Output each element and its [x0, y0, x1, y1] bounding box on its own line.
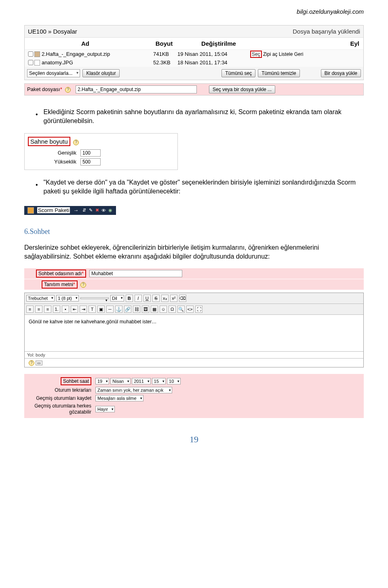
help-icon[interactable]: ? — [73, 140, 79, 145]
html-icon[interactable]: <> — [186, 306, 194, 313]
col-action: Eyl — [255, 40, 363, 47]
link-icon[interactable]: 🔗 — [124, 306, 131, 313]
bullet-paragraph: • Eklediğiniz Scorm paketinin sahne boyu… — [24, 108, 364, 126]
page-url-header: bilgi.ozeldunyakoleji.com — [24, 8, 364, 15]
scorm-tools: ⇵ ✎ ✖ 👁 ◉ — [82, 208, 113, 213]
strike-icon[interactable]: S — [152, 295, 160, 302]
indent-icon[interactable]: ⇥ — [80, 306, 87, 313]
hour-select[interactable]: 15 — [152, 378, 166, 384]
package-file-input[interactable]: 2.Hafta_-_Engage_output.zip — [76, 85, 197, 93]
create-folder-button[interactable]: Klasör oluştur — [82, 69, 119, 77]
clean-icon[interactable]: ⌫ — [179, 295, 186, 302]
scorm-icon — [27, 207, 34, 214]
repeat-select[interactable]: Zaman sınırı yok, her zaman açık — [95, 387, 172, 393]
editor-path: Yol: body — [27, 352, 45, 357]
move-icon[interactable]: ⇵ — [82, 208, 87, 213]
emoji-icon[interactable]: ☺ — [160, 306, 167, 313]
help-icon[interactable]: ? — [29, 360, 34, 366]
char-icon[interactable]: Ω — [169, 306, 176, 313]
year-select[interactable]: 2011 — [132, 378, 150, 384]
file-checkbox[interactable] — [27, 60, 34, 65]
chat-schedule-form: Sohbet saat 19 Nisan 2011 15 10 Oturum t… — [24, 374, 364, 418]
chat-time-row: Sohbet saat 19 Nisan 2011 15 10 — [27, 376, 361, 386]
save-sessions-select[interactable]: Mesajları asla silme — [95, 395, 143, 401]
anchor-icon[interactable]: ⚓ — [115, 306, 122, 313]
select-all-button[interactable]: Tümünü seç — [221, 69, 255, 77]
upload-file-button[interactable]: Bir dosya yükle — [321, 69, 361, 77]
fullscreen-icon[interactable]: ⛶ — [195, 306, 202, 313]
file-row: 2.Hafta_-_Engage_output.zip 741KB 19 Nis… — [25, 50, 363, 58]
style-select[interactable] — [80, 297, 109, 299]
chat-form: Sohbet odasının adı* Tanıtım metni* ? Tr… — [24, 268, 364, 418]
align-center-icon[interactable]: ≡ — [35, 306, 42, 313]
bulk-action-select[interactable]: Seçilen dosyalarla... — [27, 69, 80, 77]
file-name[interactable]: anatomy.JPG — [42, 59, 153, 66]
align-left-icon[interactable]: ≡ — [26, 306, 34, 313]
sub-icon[interactable]: x₂ — [161, 295, 169, 302]
textcolor-icon[interactable]: T — [89, 306, 96, 313]
resize-handle[interactable]: ▭ — [36, 361, 42, 365]
repeat-row: Oturum tekrarları Zaman sınırı yok, her … — [27, 386, 361, 394]
width-input[interactable] — [80, 149, 101, 157]
file-checkbox[interactable] — [27, 51, 34, 57]
file-size: 52.3KB — [153, 59, 177, 66]
help-icon[interactable]: ? — [80, 282, 86, 288]
rich-text-editor: Trebuchet 1 (8 pt) Dil B I U S x₂ x² ⌫ ≡… — [24, 293, 364, 367]
file-actions: Seç Zipi aç Listele Geri — [250, 51, 361, 57]
file-table-header: Ad Boyut Değiştirilme Eyl — [25, 38, 363, 50]
delete-icon[interactable]: ✖ — [95, 208, 100, 213]
image-icon[interactable]: 🖼 — [142, 306, 149, 313]
bgcolor-icon[interactable]: ▣ — [97, 306, 105, 313]
list-ol-icon[interactable]: 1. — [53, 306, 60, 313]
font-select[interactable]: Trebuchet — [26, 295, 55, 301]
sup-icon[interactable]: x² — [170, 295, 177, 302]
height-row: Yükseklik — [28, 157, 174, 166]
editor-content[interactable]: Gönül ne kahve ister ne kahvehane,gönül … — [25, 315, 363, 351]
align-right-icon[interactable]: ≡ — [44, 306, 51, 313]
zip-icon — [34, 51, 40, 57]
search-icon[interactable]: 🔍 — [177, 306, 185, 313]
select-link[interactable]: Seç — [250, 51, 262, 58]
arrow-icon: → — [73, 207, 78, 213]
stage-size-panel: Sahne boyutu ? Genişlik Yükseklik — [24, 133, 178, 170]
italic-icon[interactable]: I — [135, 295, 142, 302]
day-select[interactable]: 19 — [95, 378, 109, 384]
file-row: anatomy.JPG 52.3KB 18 Nisan 2011, 17:34 — [25, 58, 363, 67]
action-links[interactable]: Zipi aç Listele Geri — [263, 51, 303, 57]
bullet-text: Eklediğiniz Scorm paketinin sahne boyutl… — [44, 108, 364, 126]
outdent-icon[interactable]: ⇤ — [71, 306, 78, 313]
choose-upload-button[interactable]: Seç veya bir dosya yükle ... — [209, 85, 275, 93]
height-input[interactable] — [80, 158, 101, 166]
help-icon[interactable]: ? — [65, 87, 71, 93]
image-icon — [34, 60, 40, 66]
group-icon[interactable]: ◉ — [108, 208, 113, 213]
clear-all-button[interactable]: Tümünü temizle — [258, 69, 299, 77]
upload-success-message: Dosya başarıyla yüklendi — [293, 28, 360, 35]
section-heading: 6.Sohbet — [24, 227, 364, 236]
unlink-icon[interactable]: ⛓ — [133, 306, 140, 313]
table-icon[interactable]: ▦ — [151, 306, 158, 313]
hide-icon[interactable]: 👁 — [101, 208, 106, 213]
col-name: Ad — [25, 40, 146, 47]
month-select[interactable]: Nisan — [110, 378, 131, 384]
chat-name-row: Sohbet odasının adı* — [24, 268, 364, 279]
everyone-view-label: Geçmiş oturumlara herkes gözatabilir — [27, 403, 95, 415]
breadcrumb: UE100 » Dosyalar — [28, 28, 77, 35]
section-body: Derslerinize sohbet ekleyerek, öğrencile… — [24, 243, 364, 261]
fontsize-select[interactable]: 1 (8 pt) — [56, 295, 79, 301]
scorm-label[interactable]: Scorm Paketi — [37, 207, 70, 213]
package-file-label: Paket dosyası* ? — [27, 86, 76, 93]
edit-icon[interactable]: ✎ — [88, 208, 93, 213]
minute-select[interactable]: 10 — [167, 378, 181, 384]
everyone-view-select[interactable]: Hayır — [95, 406, 115, 412]
chat-name-input[interactable] — [89, 270, 182, 277]
save-sessions-row: Geçmiş oturumları kaydet Mesajları asla … — [27, 394, 361, 402]
lang-select[interactable]: Dil — [110, 295, 124, 301]
list-ul-icon[interactable]: • — [62, 306, 69, 313]
hr-icon[interactable]: ─ — [106, 306, 114, 313]
intro-text-label: Tanıtım metni* ? — [27, 280, 89, 289]
bold-icon[interactable]: B — [126, 295, 133, 302]
underline-icon[interactable]: U — [143, 295, 151, 302]
file-name[interactable]: 2.Hafta_-_Engage_output.zip — [42, 51, 153, 57]
file-size: 741KB — [153, 51, 177, 57]
